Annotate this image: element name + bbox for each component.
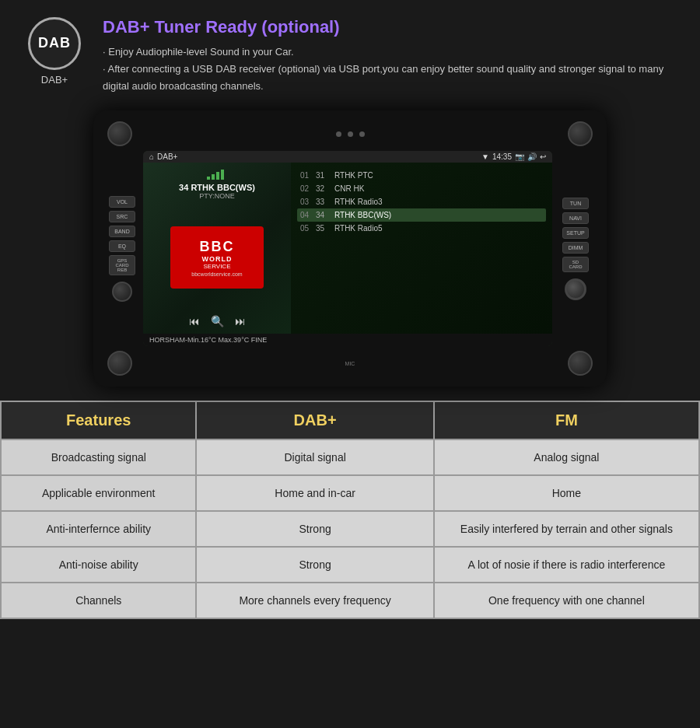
bar1	[207, 177, 210, 180]
desc-line1: · Enjoy Audiophile-level Sound in your C…	[103, 44, 677, 61]
screen-controls: ⏮ 🔍 ⏭	[189, 315, 246, 327]
device-top-row	[107, 121, 593, 146]
device-screen: ⌂ DAB+ ▼ 14:35 📷 🔊 ↩	[143, 151, 552, 346]
bar2	[212, 174, 215, 180]
table-row: Anti-noise ability Strong A lot of nosie…	[1, 547, 699, 583]
indicator-dot-2	[348, 131, 353, 137]
station-info: 34 RTHK BBC(WS) PTY:NONE	[179, 169, 255, 200]
table-header-row: Features DAB+ FM	[1, 401, 699, 439]
pty-display: PTY:NONE	[179, 192, 255, 200]
band-button[interactable]: BAND	[109, 226, 135, 237]
header-section: DAB DAB+ DAB+ Tuner Ready (optional) · E…	[0, 0, 700, 107]
desc-line2: · After connecting a USB DAB receiver (o…	[103, 61, 677, 95]
statusbar-left: ⌂ DAB+	[149, 152, 177, 161]
indicator-dot-1	[336, 131, 341, 137]
channel-item-1[interactable]: 01 31 RTHK PTC	[297, 169, 546, 182]
mic-label: MIC	[345, 361, 355, 366]
left-main-knob[interactable]	[112, 282, 132, 302]
dab-cell-1: Digital signal	[196, 439, 433, 475]
indicator-dot-3	[359, 131, 365, 137]
device-top-knob-left[interactable]	[107, 121, 132, 146]
device-bottom-row: MIC	[107, 351, 593, 376]
screen-left-panel: 34 RTHK BBC(WS) PTY:NONE BBC WORLD SERVI…	[143, 163, 291, 334]
device-body: VOL SRC BAND EQ GPSCARDREB ⌂ DAB+ ▼ 14	[107, 151, 593, 346]
bbc-service: SERVICE	[204, 263, 231, 270]
screen-main-content: 34 RTHK BBC(WS) PTY:NONE BBC WORLD SERVI…	[143, 163, 552, 334]
channel-list: 01 31 RTHK PTC 02 32 CNR HK 03	[297, 169, 546, 235]
comparison-section: Features DAB+ FM Broadcasting signal Dig…	[0, 401, 700, 619]
fm-cell-5: One frequency with one channel	[434, 583, 699, 618]
bbc-text: BBC	[200, 239, 235, 255]
table-row: Applicable environment Home and in-car H…	[1, 475, 699, 511]
table-row: Broadcasting signal Digital signal Analo…	[1, 439, 699, 475]
screen-statusbar: ⌂ DAB+ ▼ 14:35 📷 🔊 ↩	[143, 151, 552, 163]
bbc-url: bbcworldservice.com	[191, 271, 242, 277]
side-buttons-right: TUN NAVI SETUP DIMM SDCARD	[558, 151, 593, 346]
tun-button[interactable]: TUN	[562, 198, 589, 209]
home-icon[interactable]: ⌂	[149, 152, 154, 161]
screen-right-panel: 01 31 RTHK PTC 02 32 CNR HK 03	[291, 163, 552, 334]
feature-cell-1: Broadcasting signal	[1, 439, 196, 475]
navi-button[interactable]: NAVI	[562, 212, 589, 224]
bbc-logo-box: BBC WORLD SERVICE bbcworldservice.com	[170, 226, 264, 289]
eq-button[interactable]: EQ	[109, 240, 135, 252]
feature-cell-3: Anti-interfernce ability	[1, 511, 196, 547]
camera-icon: 📷	[515, 152, 524, 161]
car-stereo-device: VOL SRC BAND EQ GPSCARDREB ⌂ DAB+ ▼ 14	[93, 110, 607, 387]
page-title: DAB+ Tuner Ready (optional)	[103, 17, 677, 37]
dab-cell-3: Strong	[196, 511, 433, 547]
channel-item-4[interactable]: 04 34 RTHK BBC(WS)	[297, 208, 546, 222]
bar4	[221, 170, 224, 180]
wifi-icon: ▼	[481, 152, 489, 161]
dab-circle-logo: DAB	[28, 17, 81, 70]
channel-item-3[interactable]: 03 33 RTHK Radio3	[297, 195, 546, 208]
prev-button[interactable]: ⏮	[189, 315, 200, 327]
channel-item-5[interactable]: 05 35 RTHK Radio5	[297, 222, 546, 235]
fm-cell-3: Easily interfered by terrain and other s…	[434, 511, 699, 547]
dab-logo-wrapper: DAB DAB+	[23, 17, 86, 86]
th-fm: FM	[434, 401, 699, 439]
bottom-labels: MIC	[345, 361, 355, 366]
side-buttons-left: VOL SRC BAND EQ GPSCARDREB	[107, 151, 137, 346]
feature-cell-4: Anti-noise ability	[1, 547, 196, 583]
dab-description: DAB+ Tuner Ready (optional) · Enjoy Audi…	[103, 17, 677, 95]
card-button[interactable]: SDCARD	[562, 257, 589, 272]
bottom-knob-left[interactable]	[107, 351, 132, 376]
weather-bar: HORSHAM-Min.16°C Max.39°C FINE	[143, 334, 552, 346]
app-name: DAB+	[157, 152, 177, 161]
channel-item-2[interactable]: 02 32 CNR HK	[297, 182, 546, 195]
device-indicators	[336, 131, 365, 137]
back-icon[interactable]: ↩	[540, 152, 546, 161]
feature-cell-2: Applicable environment	[1, 475, 196, 511]
device-section: VOL SRC BAND EQ GPSCARDREB ⌂ DAB+ ▼ 14	[0, 107, 700, 394]
statusbar-right: ▼ 14:35 📷 🔊 ↩	[481, 152, 546, 161]
dab-cell-5: More channels every frequency	[196, 583, 433, 618]
bbc-world: WORLD	[202, 255, 233, 263]
signal-bars	[207, 170, 224, 180]
device-top-knob-right[interactable]	[568, 121, 593, 146]
fm-cell-2: Home	[434, 475, 699, 511]
comparison-table: Features DAB+ FM Broadcasting signal Dig…	[0, 401, 700, 619]
src-button[interactable]: SRC	[109, 211, 135, 222]
table-row: Anti-interfernce ability Strong Easily i…	[1, 511, 699, 547]
setup-button[interactable]: SETUP	[562, 227, 589, 239]
vol-button[interactable]: VOL	[109, 196, 135, 208]
volume-icon: 🔊	[527, 152, 537, 161]
table-row: Channels More channels every frequency O…	[1, 583, 699, 618]
th-dab: DAB+	[196, 401, 433, 439]
dimm-button[interactable]: DIMM	[562, 242, 589, 254]
time-display: 14:35	[492, 152, 512, 161]
feature-cell-5: Channels	[1, 583, 196, 618]
gps-button[interactable]: GPSCARDREB	[109, 255, 135, 275]
fm-cell-4: A lot of nosie if there is radio interfe…	[434, 547, 699, 583]
search-button[interactable]: 🔍	[211, 315, 224, 327]
bottom-knob-right[interactable]	[568, 351, 593, 376]
dab-label: DAB+	[41, 74, 68, 86]
th-features: Features	[1, 401, 196, 439]
next-button[interactable]: ⏭	[235, 315, 246, 327]
bar3	[216, 172, 219, 180]
right-main-knob[interactable]	[565, 278, 586, 300]
dab-cell-4: Strong	[196, 547, 433, 583]
station-name: 34 RTHK BBC(WS)	[179, 183, 255, 192]
dab-cell-2: Home and in-car	[196, 475, 433, 511]
